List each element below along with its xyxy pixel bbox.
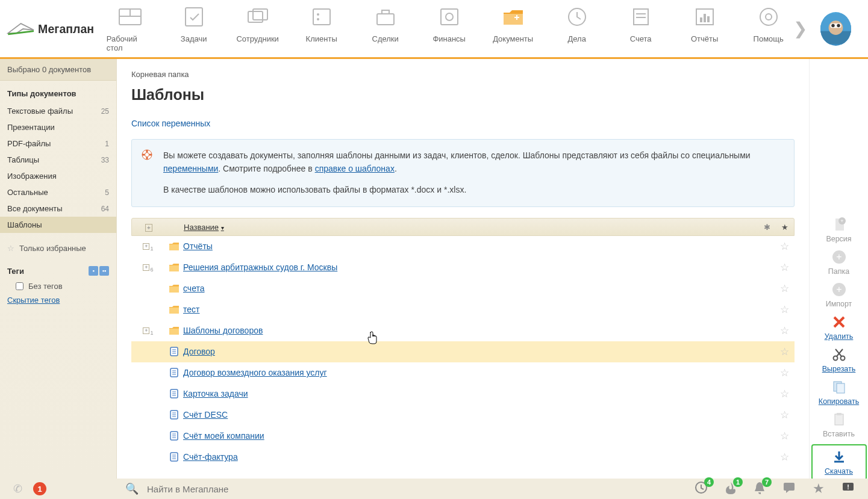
row-link[interactable]: Счёт DESC xyxy=(183,410,228,420)
sidebar-tags-header: Теги xyxy=(7,267,24,276)
row-star-icon[interactable] xyxy=(774,282,795,295)
rail-copy[interactable]: Копировать xyxy=(815,379,863,406)
row-star-icon[interactable] xyxy=(774,346,795,358)
table-row[interactable]: +6Решения арбитражных судов г. Москвы xyxy=(131,257,795,278)
notification-badge[interactable]: 1 xyxy=(33,482,46,495)
phone-icon[interactable]: ✆ xyxy=(13,482,22,495)
row-link[interactable]: Решения арбитражных судов г. Москвы xyxy=(183,262,337,272)
table-row[interactable]: +1Отчёты xyxy=(131,236,795,257)
row-star-icon[interactable] xyxy=(774,367,795,379)
nav-tasks[interactable]: Задачи xyxy=(170,5,217,52)
sidebar-hide-tags-link[interactable]: Скрытие тегов xyxy=(0,293,116,307)
notif-fire-icon[interactable]: 1 xyxy=(725,481,737,497)
table-row[interactable]: Счёт DESC xyxy=(131,404,795,426)
row-star-icon[interactable] xyxy=(774,240,795,253)
sidebar-item-type[interactable]: Таблицы33 xyxy=(0,152,116,168)
nav-help[interactable]: Помощь xyxy=(745,5,792,52)
column-name-header[interactable]: Название ▾ xyxy=(166,223,758,232)
global-search[interactable]: 🔍 xyxy=(117,479,603,499)
row-star-icon[interactable] xyxy=(774,451,795,463)
row-link[interactable]: Счёт-фактура xyxy=(183,452,238,462)
row-link[interactable]: Шаблоны договоров xyxy=(183,326,263,335)
bb-feedback-icon[interactable]: ! xyxy=(841,482,855,497)
sidebar-item-type[interactable]: Остальные5 xyxy=(0,184,116,200)
search-input[interactable] xyxy=(147,484,595,494)
variables-list-link[interactable]: Список переменных xyxy=(131,119,210,128)
nav-label: Документы xyxy=(493,34,533,43)
no-tags-checkbox[interactable] xyxy=(16,282,23,290)
nav-invoices[interactable]: Счета xyxy=(617,5,664,52)
table-row[interactable]: Карточка задачи xyxy=(131,383,795,404)
variables-link[interactable]: переменными xyxy=(163,164,218,173)
sidebar-item-label: Шаблоны xyxy=(7,220,42,229)
svg-text:!: ! xyxy=(847,483,849,491)
sidebar-item-type[interactable]: Презентации xyxy=(0,119,116,135)
row-expand-icon[interactable]: +1 xyxy=(131,243,165,250)
row-link[interactable]: тест xyxy=(183,305,199,314)
expand-all-icon[interactable]: + xyxy=(132,223,166,232)
row-expand-icon[interactable]: +6 xyxy=(131,264,165,271)
sidebar-item-type[interactable]: Изображения xyxy=(0,168,116,184)
svg-point-68 xyxy=(840,356,845,361)
templates-help-link[interactable]: справке о шаблонах xyxy=(315,164,395,173)
nav-todo[interactable]: Дела xyxy=(554,5,601,52)
table-row[interactable]: Счёт-фактура xyxy=(131,447,795,468)
row-link[interactable]: счета xyxy=(183,284,205,293)
rail-download[interactable]: Скачать xyxy=(811,444,867,480)
notif-bell-icon[interactable]: 7 xyxy=(754,481,766,497)
table-row[interactable]: Счёт моей компании xyxy=(131,426,795,447)
tag-view-single-icon[interactable]: ▪ xyxy=(89,266,98,276)
nav-employees[interactable]: Сотрудники xyxy=(234,5,281,52)
logo[interactable]: Мегаплан xyxy=(0,14,107,44)
rail-cut[interactable]: Вырезать xyxy=(815,347,863,373)
rail-delete[interactable]: Удалить xyxy=(815,314,863,341)
rail-folder[interactable]: + Папка xyxy=(815,249,863,276)
row-link[interactable]: Карточка задачи xyxy=(183,389,248,398)
notif-chat-icon[interactable]: 4 xyxy=(695,481,708,497)
sidebar-favorites-toggle[interactable]: Только избранные xyxy=(0,239,116,258)
bottom-bar: ✆ 1 🔍 4 1 7 ★ ! xyxy=(0,479,868,499)
row-link[interactable]: Отчёты xyxy=(183,241,213,251)
row-star-icon[interactable] xyxy=(774,388,795,400)
svg-rect-36 xyxy=(169,329,179,335)
row-star-icon[interactable] xyxy=(774,303,795,316)
column-star-header[interactable]: ★ xyxy=(776,223,794,232)
table-row[interactable]: +1Шаблоны договоров xyxy=(131,320,795,341)
nav-more-chevron-icon[interactable]: ❯ xyxy=(792,19,808,39)
row-expand-icon[interactable]: +1 xyxy=(131,327,165,334)
rail-paste[interactable]: Вставить xyxy=(815,412,863,438)
row-star-icon[interactable] xyxy=(774,409,795,421)
row-link[interactable]: Договор xyxy=(183,347,215,356)
settings-gear-icon[interactable]: ✱ xyxy=(758,223,776,232)
bb-comments-icon[interactable] xyxy=(782,482,796,497)
nav-finance[interactable]: Финансы xyxy=(426,5,473,52)
nav-documents[interactable]: Документы xyxy=(490,5,537,52)
rail-version[interactable]: + Версия xyxy=(815,217,863,243)
nav-clients[interactable]: Клиенты xyxy=(298,5,345,52)
table-row[interactable]: тест xyxy=(131,299,795,320)
sidebar-item-type[interactable]: Текстовые файлы25 xyxy=(0,103,116,119)
nav-reports[interactable]: Отчёты xyxy=(681,5,728,52)
sidebar-item-templates[interactable]: Шаблоны xyxy=(0,217,116,233)
table-row[interactable]: Договор xyxy=(131,341,795,362)
folder-icon xyxy=(165,285,183,293)
sidebar-no-tags[interactable]: Без тегов xyxy=(0,279,116,293)
sidebar-item-type[interactable]: PDF-файлы1 xyxy=(0,135,116,152)
sidebar-item-type[interactable]: Все документы64 xyxy=(0,200,116,217)
breadcrumb[interactable]: Корневая папка xyxy=(131,70,795,79)
bb-star-icon[interactable]: ★ xyxy=(813,481,825,497)
tag-view-multi-icon[interactable]: ▪▪ xyxy=(99,266,109,276)
row-link[interactable]: Договор возмездного оказания услуг xyxy=(183,368,327,377)
table-row[interactable]: Договор возмездного оказания услуг xyxy=(131,362,795,383)
row-star-icon[interactable] xyxy=(774,261,795,274)
download-icon xyxy=(831,449,847,465)
table-row[interactable]: счета xyxy=(131,278,795,299)
row-link[interactable]: Счёт моей компании xyxy=(183,431,264,441)
scissors-icon xyxy=(831,347,847,362)
row-star-icon[interactable] xyxy=(774,324,795,337)
rail-import[interactable]: + Импорт xyxy=(815,282,863,308)
nav-deals[interactable]: Сделки xyxy=(362,5,409,52)
user-avatar[interactable] xyxy=(820,12,851,46)
row-star-icon[interactable] xyxy=(774,430,795,442)
nav-desktop[interactable]: Рабочий стол xyxy=(107,5,154,52)
